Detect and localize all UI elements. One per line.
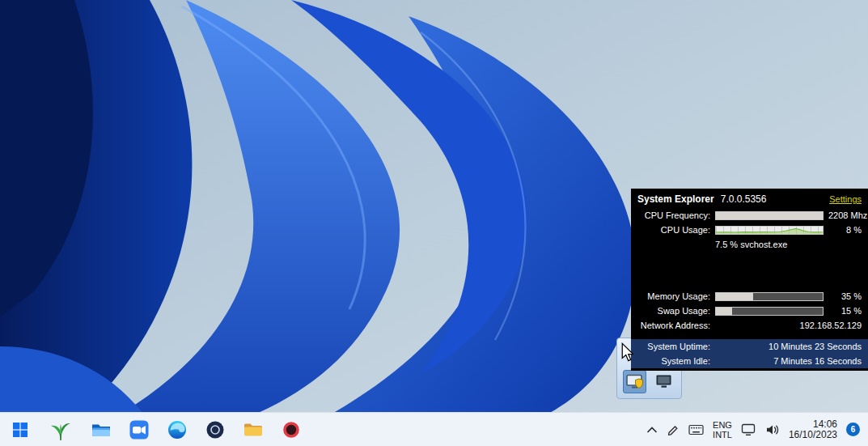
language-bottom: INTL (713, 430, 732, 440)
network-display-icon (741, 423, 756, 436)
system-idle-label: System Idle: (637, 356, 710, 366)
settings-link[interactable]: Settings (829, 194, 862, 204)
memory-usage-value: 35 % (828, 291, 862, 301)
app-file-explorer[interactable] (89, 416, 113, 444)
memory-usage-label: Memory Usage: (637, 291, 710, 301)
clock-date: 16/10/2023 (789, 430, 837, 440)
memory-usage-row: Memory Usage: 35 % (631, 289, 868, 304)
clock-time: 14:06 (789, 419, 837, 430)
app-red-ring[interactable] (279, 416, 303, 444)
cpu-usage-label: CPU Usage: (637, 225, 710, 235)
tray-touch-keyboard[interactable] (688, 424, 704, 435)
swap-usage-bar (715, 307, 824, 316)
cpu-frequency-row: CPU Frequency: 2208 Mhz (631, 208, 868, 223)
pen-icon (667, 423, 680, 436)
swap-usage-value: 15 % (828, 306, 862, 316)
monitor-shield-icon (625, 373, 645, 391)
keyboard-icon (688, 424, 704, 435)
monitor-icon (654, 373, 674, 391)
app-chat-camera[interactable] (127, 416, 151, 444)
panel-title: System Explorer (637, 193, 714, 205)
app-plant[interactable] (46, 416, 75, 444)
panel-version: 7.0.0.5356 (721, 193, 767, 205)
cpu-usage-graph (715, 226, 824, 235)
cpu-frequency-label: CPU Frequency: (637, 210, 710, 220)
plant-icon (49, 418, 73, 442)
taskbar-tray: ENG INTL 14:06 16/10/2023 6 (646, 419, 868, 440)
cpu-usage-value: 8 % (828, 225, 862, 235)
red-ring-icon (281, 419, 302, 440)
clock[interactable]: 14:06 16/10/2023 (789, 419, 837, 440)
network-address-label: Network Address: (637, 321, 710, 330)
video-camera-icon (129, 419, 150, 440)
edge-browser-icon (167, 419, 188, 440)
dark-ring-icon (205, 419, 226, 440)
cpu-usage-row: CPU Usage: 8 % (631, 223, 868, 237)
swap-usage-row: Swap Usage: 15 % (631, 304, 868, 318)
system-idle-row: System Idle: 7 Minutes 16 Seconds (631, 354, 868, 368)
app-edge[interactable] (165, 416, 189, 444)
cpu-frequency-bar (715, 211, 824, 220)
network-address-value: 192.168.52.129 (715, 321, 862, 330)
system-idle-value: 7 Minutes 16 Seconds (715, 356, 862, 366)
cpu-frequency-value: 2208 Mhz (828, 210, 867, 220)
app-dark-ring[interactable] (203, 416, 227, 444)
taskbar: ENG INTL 14:06 16/10/2023 6 (0, 412, 868, 446)
top-process-text: 7.5 % svchost.exe (715, 240, 862, 249)
app-folder[interactable] (241, 416, 265, 444)
mouse-cursor (621, 342, 633, 362)
memory-usage-bar (715, 292, 824, 301)
notification-badge[interactable]: 6 (846, 423, 860, 436)
language-top: ENG (713, 420, 732, 430)
tray-network[interactable] (741, 423, 756, 436)
monitor-app-tray-icon[interactable] (652, 370, 675, 393)
tray-chevron-up[interactable] (646, 425, 658, 435)
system-uptime-row: System Uptime: 10 Minutes 23 Seconds (631, 339, 868, 354)
system-explorer-panel: System Explorer 7.0.0.5356 Settings CPU … (631, 189, 868, 371)
file-explorer-icon (91, 419, 112, 440)
taskbar-apps (0, 416, 303, 444)
swap-usage-label: Swap Usage: (637, 306, 710, 316)
network-address-row: Network Address: 192.168.52.129 (631, 318, 868, 333)
top-process-row: 7.5 % svchost.exe (631, 237, 868, 252)
panel-header: System Explorer 7.0.0.5356 Settings (631, 192, 868, 208)
windows-logo-icon (12, 422, 28, 438)
start-button[interactable] (8, 416, 32, 444)
system-uptime-value: 10 Minutes 23 Seconds (715, 342, 862, 351)
speaker-icon (765, 423, 780, 436)
system-explorer-tray-icon[interactable] (623, 370, 646, 393)
system-uptime-label: System Uptime: (637, 342, 710, 351)
tray-pen[interactable] (667, 423, 680, 436)
tray-volume[interactable] (765, 423, 780, 436)
folder-icon (243, 419, 264, 440)
chevron-up-icon (646, 425, 658, 435)
language-indicator[interactable]: ENG INTL (713, 420, 732, 440)
